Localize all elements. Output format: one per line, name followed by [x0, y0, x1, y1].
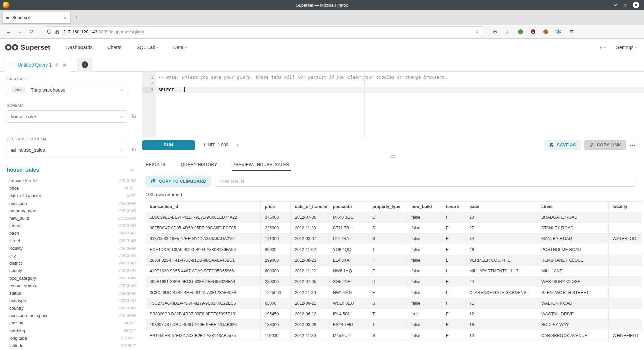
nav-item-data[interactable]: Data▾: [173, 45, 187, 50]
reload-button[interactable]: ↻: [29, 29, 33, 34]
column-header-date_of_transfer[interactable]: date_of_transfer: [290, 202, 329, 212]
column-name: longitude: [9, 336, 27, 341]
column-header-street[interactable]: street: [537, 202, 608, 212]
column-name: postcode_no_space: [9, 313, 48, 318]
pane-resize-handle[interactable]: [142, 153, 644, 160]
new-tab-button[interactable]: +: [75, 15, 79, 21]
table-row: 2636F323-FF41-4765-81DB-98CAA6A43BC12990…: [146, 255, 642, 266]
table-cell: GLENTWORTH STREET: [537, 287, 608, 298]
schema-column-row: districtVARCHAR: [7, 259, 137, 267]
nav-item-sql-lab[interactable]: SQL Lab▾: [136, 45, 158, 50]
column-name: locality: [9, 246, 23, 251]
table-cell: 609000: [261, 266, 290, 276]
table-cell: D: [368, 276, 407, 287]
chevron-down-icon: ▾: [185, 46, 187, 49]
table-cell: 71: [465, 298, 537, 309]
copy-to-clipboard-button[interactable]: COPY TO CLIPBOARD: [146, 176, 211, 187]
save-as-button[interactable]: SAVE AS: [544, 140, 581, 150]
table-cell: D: [368, 212, 407, 223]
column-header-tenure[interactable]: tenure: [442, 202, 465, 212]
column-header-property_type[interactable]: property_type: [368, 202, 407, 212]
tab-query-history[interactable]: QUERY HISTORY: [181, 162, 217, 171]
table-cell: 85000: [261, 244, 290, 255]
editor-code-area[interactable]: -- Note: Unless you save your query, the…: [156, 72, 644, 137]
limit-dropdown[interactable]: LIMIT: 1 000 ▾: [204, 143, 238, 147]
column-header-paon[interactable]: paon: [465, 202, 537, 212]
schema-select[interactable]: house_sales: [7, 110, 127, 123]
column-header-new_build[interactable]: new_build: [407, 202, 442, 212]
nav-item-charts[interactable]: Charts: [107, 45, 122, 50]
back-button[interactable]: ←: [6, 29, 11, 34]
table-row: 91370533-19F5-47FE-B142-A380A8ADA2101210…: [146, 233, 642, 244]
address-bar[interactable]: 217.160.120.143:32393/superset/sqllab/ ☆: [43, 27, 483, 37]
table-row: 98F5DC47-0D05-4D59-95B7-98CA6F1FDE052250…: [146, 223, 642, 233]
privacy-badger-icon[interactable]: [518, 29, 523, 35]
tab-close-icon[interactable]: ×: [63, 15, 67, 20]
table-cell: F: [442, 309, 465, 319]
sql-comment-line: -- Note: Unless you save your query, the…: [156, 74, 644, 80]
table-cell: NW1 6AN: [329, 287, 368, 298]
table-cell: [608, 244, 642, 255]
nav-item-dashboards[interactable]: Dashboards: [66, 45, 92, 50]
table-cell: 46: [465, 244, 537, 255]
refresh-table-icon[interactable]: ↻: [131, 147, 136, 153]
forward-button[interactable]: →: [17, 29, 23, 34]
table-cell: 121000: [261, 233, 290, 244]
query-tab-close-icon[interactable]: ×: [63, 62, 66, 68]
query-tab-label: Untitled Query 1: [18, 62, 52, 68]
column-header-postcode[interactable]: postcode: [329, 202, 368, 212]
database-select[interactable]: trino Trino warehouse: [7, 84, 127, 96]
tab-preview-house-sales[interactable]: PREVIEW: `HOUSE_SALES`: [232, 162, 290, 171]
chevron-up-icon[interactable]: [130, 169, 134, 171]
window-maximize-icon[interactable]: ◇: [624, 3, 627, 7]
ublock-icon[interactable]: [530, 29, 536, 35]
caret-down-icon: ▾: [237, 143, 238, 147]
column-header-transaction_id[interactable]: transaction_id: [146, 202, 261, 212]
sql-editor[interactable]: 1 2 3 -- Note: Unless you save your quer…: [142, 72, 644, 137]
table-select[interactable]: house_sales: [7, 144, 127, 156]
schema-column-row: record_statusVARCHAR: [7, 282, 137, 289]
window-minimize-icon[interactable]: [613, 3, 618, 7]
run-button[interactable]: RUN: [142, 140, 195, 150]
download-icon[interactable]: ↓: [505, 29, 511, 35]
tab-results[interactable]: RESULTS: [146, 162, 166, 171]
add-new-button[interactable]: +▾: [599, 44, 606, 51]
table-name-heading[interactable]: house_sales: [7, 167, 39, 173]
add-query-tab-button[interactable]: +: [77, 58, 93, 72]
table-cell: 34: [465, 233, 537, 244]
table-cell: E14 3XA: [329, 255, 368, 266]
bookmark-star-icon[interactable]: ☆: [475, 29, 479, 35]
table-cell: 3C3C29DC-B7B2-4BE5-914A-A38123AF403B: [146, 287, 261, 298]
schema-column-row: eastingBIGINT: [7, 319, 137, 327]
menu-icon[interactable]: ≡: [569, 29, 574, 35]
column-header-price[interactable]: price: [261, 202, 290, 212]
cookie-icon[interactable]: [543, 29, 549, 35]
column-header-locality[interactable]: locality: [608, 202, 642, 212]
refresh-schema-icon[interactable]: ↻: [131, 114, 136, 119]
window-close-icon[interactable]: ×: [633, 2, 639, 8]
more-options-button[interactable]: •••: [630, 143, 635, 148]
save-icon: [549, 143, 554, 148]
lock-insecure-icon: [55, 29, 60, 34]
table-cell: L: [442, 287, 465, 298]
filter-results-input[interactable]: [215, 176, 635, 187]
schema-column-row: transaction_idVARCHAR: [7, 177, 137, 184]
copy-link-button[interactable]: COPY LINK: [584, 140, 626, 150]
column-name: transaction_id: [9, 178, 37, 183]
table-cell: 2012-11-22: [290, 266, 329, 276]
browser-tab[interactable]: ∞ Superset ×: [3, 12, 70, 23]
containers-icon[interactable]: [556, 29, 561, 35]
query-tab[interactable]: ⋮⋮ Untitled Query 1 ×: [4, 58, 71, 72]
drag-grip-icon[interactable]: ⋮⋮: [9, 62, 15, 67]
superset-logo[interactable]: Superset: [5, 43, 50, 51]
table-cell: 375000: [261, 212, 290, 223]
column-type: DOUBLE: [121, 336, 136, 340]
table-cell: CARISBROOK AVENUE: [537, 330, 608, 341]
table-cell: F: [442, 212, 465, 223]
settings-menu[interactable]: Settings▾: [616, 45, 637, 50]
sqllab-main: 1 2 3 -- Note: Unless you save your quer…: [142, 72, 644, 350]
pocket-icon[interactable]: [492, 29, 498, 35]
column-name: country: [9, 306, 24, 311]
table-cell: F: [442, 223, 465, 233]
window-title: Superset — Mozilla Firefox: [0, 3, 644, 8]
